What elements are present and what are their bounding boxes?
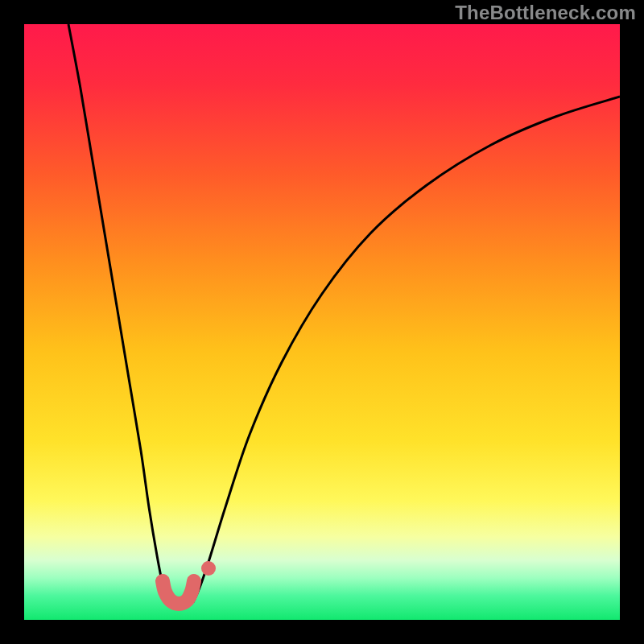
marker-dot — [201, 561, 216, 576]
chart-background — [24, 24, 620, 620]
chart-plot-area — [24, 24, 620, 620]
chart-svg — [24, 24, 620, 620]
watermark-text: TheBottleneck.com — [455, 2, 636, 24]
chart-frame: TheBottleneck.com — [0, 0, 644, 644]
